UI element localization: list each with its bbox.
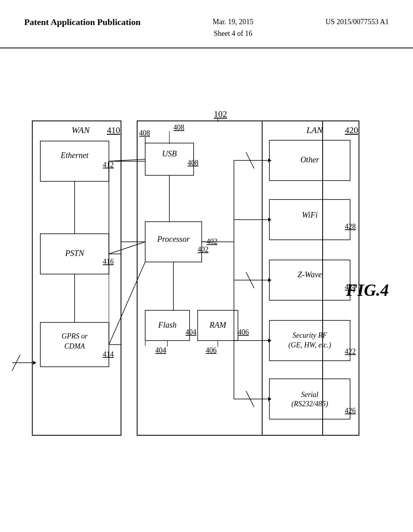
svg-line-56 xyxy=(109,242,145,254)
svg-text:(GE, HW, etc.): (GE, HW, etc.) xyxy=(288,341,331,349)
sheet-info: Sheet 4 of 16 xyxy=(214,29,252,37)
figure-label: FIG.4 xyxy=(346,281,389,300)
svg-text:420: 420 xyxy=(345,125,358,135)
publication-number: US 2015/0077553 A1 xyxy=(325,16,389,28)
svg-marker-67 xyxy=(268,278,271,282)
svg-text:406: 406 xyxy=(206,346,217,354)
svg-text:406: 406 xyxy=(238,328,249,336)
svg-rect-42 xyxy=(269,260,350,300)
svg-text:416: 416 xyxy=(103,258,114,266)
svg-text:404: 404 xyxy=(186,328,196,336)
svg-text:102: 102 xyxy=(214,109,227,119)
svg-text:WAN: WAN xyxy=(72,125,90,135)
svg-text:PSTN: PSTN xyxy=(65,249,85,258)
svg-text:Flash: Flash xyxy=(158,320,177,329)
svg-text:CDMA: CDMA xyxy=(65,342,86,350)
svg-text:GPRS or: GPRS or xyxy=(62,332,88,340)
svg-text:408: 408 xyxy=(139,129,150,137)
svg-rect-19 xyxy=(145,143,194,175)
svg-text:422: 422 xyxy=(345,347,356,355)
svg-rect-16 xyxy=(137,121,323,435)
publication-date-sheet: Mar. 19, 2015 Sheet 4 of 16 xyxy=(213,16,253,39)
svg-text:WiFi: WiFi xyxy=(302,210,318,219)
svg-marker-71 xyxy=(268,397,271,401)
svg-text:414: 414 xyxy=(103,350,114,358)
svg-line-57 xyxy=(109,262,145,345)
publication-title: Patent Application Publication xyxy=(24,16,140,29)
svg-text:408: 408 xyxy=(173,123,184,131)
svg-text:426: 426 xyxy=(345,407,356,415)
svg-text:410: 410 xyxy=(107,125,120,135)
publication-date: Mar. 19, 2015 xyxy=(213,18,253,26)
svg-rect-49 xyxy=(269,379,350,419)
svg-text:Ethernet: Ethernet xyxy=(60,151,89,160)
svg-text:412: 412 xyxy=(103,161,114,169)
svg-text:428: 428 xyxy=(345,222,356,231)
svg-text:402: 402 xyxy=(198,245,209,254)
diagram-area: WAN 410 Ethernet 412 PSTN 416 GPRS or CD… xyxy=(0,48,413,532)
svg-marker-14 xyxy=(33,361,36,365)
svg-text:RAM: RAM xyxy=(209,320,226,329)
svg-text:Processor: Processor xyxy=(157,235,190,243)
svg-text:Serial: Serial xyxy=(301,391,319,399)
svg-marker-63 xyxy=(268,158,271,162)
svg-rect-39 xyxy=(269,200,350,240)
svg-marker-65 xyxy=(268,218,271,222)
svg-text:Z-Wave: Z-Wave xyxy=(298,270,322,279)
svg-text:LAN: LAN xyxy=(306,125,323,135)
svg-text:408: 408 xyxy=(188,159,198,167)
svg-text:(RS232/485): (RS232/485) xyxy=(292,400,328,408)
svg-text:Security RF: Security RF xyxy=(292,331,327,339)
svg-text:402: 402 xyxy=(206,237,217,245)
svg-rect-3 xyxy=(40,141,109,181)
svg-text:Other: Other xyxy=(300,155,319,164)
page-header: Patent Application Publication Mar. 19, … xyxy=(0,0,413,48)
svg-marker-69 xyxy=(268,339,271,343)
svg-text:404: 404 xyxy=(155,346,166,354)
svg-rect-45 xyxy=(269,320,350,361)
svg-text:USB: USB xyxy=(162,149,177,158)
